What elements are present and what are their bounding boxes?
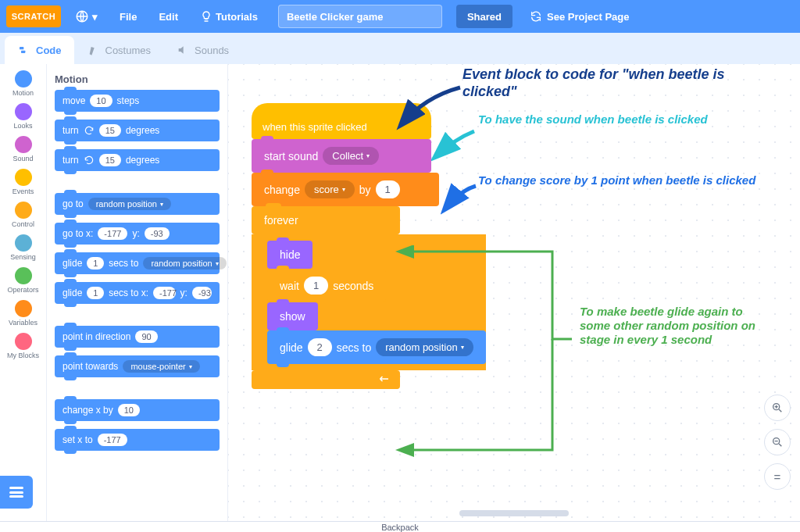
looks-dot-icon [15,103,32,120]
zoom-out-button[interactable] [764,429,791,455]
dropdown-input[interactable]: Collect▾ [323,147,379,165]
tab-code[interactable]: Code [5,36,74,64]
block-text: seconds [333,280,373,292]
number-input[interactable]: 15 [99,154,121,166]
dropdown-input[interactable]: random position▾ [143,257,226,270]
glide-random-block[interactable]: glide 1 secs to random position▾ [55,252,220,274]
number-input[interactable]: -93 [145,227,170,240]
number-input[interactable]: -177 [98,227,127,240]
block-text: hide [280,248,300,261]
goto-random-block[interactable]: go to random position▾ [55,193,220,215]
glide-xy-block[interactable]: glide 1 secs to x: -177 y: -93 [55,282,220,304]
block-text: secs to [337,341,371,354]
number-input[interactable]: 2 [308,338,332,356]
annotation-glide: To make beetle glide again to some other… [580,305,759,347]
svg-rect-2 [21,51,25,53]
show-block[interactable]: show [267,302,318,330]
project-title-field[interactable]: Beetle Clicker game [278,5,442,28]
scratch-logo[interactable]: SCRATCH [6,5,61,27]
category-control[interactable]: Control [4,202,43,228]
number-input[interactable]: -177 [98,434,127,446]
backpack-bar[interactable]: Backpack [0,521,800,532]
dropdown-input[interactable]: score▾ [305,180,355,198]
number-input[interactable]: 1 [376,180,400,198]
turn-cw-block[interactable]: turn 15 degrees [55,120,220,141]
tutorials-button[interactable]: Tutorials [192,5,266,27]
annotation-sound: To have the sound when beetle is clicked [478,112,736,127]
add-extension-button[interactable] [0,476,33,509]
glide-to-random-block[interactable]: glide 2 secs to random position▾ [267,330,486,364]
change-variable-block[interactable]: change score▾ by 1 [252,173,439,206]
point-direction-block[interactable]: point in direction 90 [55,326,220,348]
block-text: wait [280,280,299,292]
block-palette[interactable]: Motion move 10 steps turn 15 degrees tur… [47,64,228,521]
script-stack[interactable]: when this sprite clicked start sound Col… [252,103,486,389]
point-towards-block[interactable]: point towards mouse-pointer▾ [55,355,220,377]
code-icon [17,43,31,57]
globe-icon [75,9,89,23]
category-label: Motion [12,89,34,97]
number-input[interactable]: -177 [153,287,176,299]
block-text: y: [132,228,139,239]
change-x-block[interactable]: change x by 10 [55,399,220,421]
zoom-in-button[interactable] [764,395,791,421]
number-input[interactable]: 10 [118,404,140,416]
number-input[interactable]: 15 [99,124,121,137]
annotation-score: To change score by 1 point when beetle i… [478,173,775,187]
number-input[interactable]: 1 [87,257,104,270]
forever-body[interactable]: hide wait 1 seconds show glide [252,234,486,370]
script-workspace[interactable]: when this sprite clicked start sound Col… [228,64,800,521]
variables-dot-icon [15,300,32,317]
move-steps-block[interactable]: move 10 steps [55,90,220,112]
dropdown-input[interactable]: mouse-pointer▾ [123,360,199,373]
block-text: move [62,95,85,106]
set-x-block[interactable]: set x to -177 [55,429,220,451]
hide-block[interactable]: hide [267,241,312,269]
block-text: secs to [109,258,138,269]
wait-block[interactable]: wait 1 seconds [267,269,386,302]
workspace-scrollbar[interactable] [459,510,569,516]
language-menu[interactable]: ▾ [67,5,105,28]
shared-button[interactable]: Shared [456,5,512,28]
block-text: show [280,310,305,323]
block-text: steps [117,95,140,106]
block-text: when this sprite clicked [262,121,367,133]
project-title-text: Beetle Clicker game [287,11,384,23]
goto-xy-block[interactable]: go to x: -177 y: -93 [55,223,220,245]
dropdown-input[interactable]: random position▾ [88,198,171,210]
category-operators[interactable]: Operators [4,267,43,294]
start-sound-block[interactable]: start sound Collect▾ [252,139,431,173]
category-label: Operators [7,286,38,294]
when-sprite-clicked-hat[interactable]: when this sprite clicked [252,103,431,139]
number-input[interactable]: 1 [304,277,328,295]
remix-icon [530,10,542,23]
tab-sounds[interactable]: Sounds [163,36,241,64]
dropdown-input[interactable]: random position▾ [376,338,473,356]
editor-main: Motion Looks Sound Events Control Sensin… [0,64,800,521]
number-input[interactable]: 1 [87,287,104,299]
block-category-list: Motion Looks Sound Events Control Sensin… [0,64,47,521]
category-looks[interactable]: Looks [4,103,43,130]
file-menu[interactable]: File [112,6,145,27]
category-events[interactable]: Events [4,169,43,195]
number-input[interactable]: 90 [135,330,157,343]
see-project-page-button[interactable]: See Project Page [530,10,630,23]
category-label: Variables [9,319,38,327]
zoom-in-icon [771,402,784,414]
edit-menu[interactable]: Edit [151,6,186,27]
zoom-reset-button[interactable]: = [764,463,791,490]
block-text: y: [180,287,188,298]
category-motion[interactable]: Motion [4,70,43,97]
tab-costumes[interactable]: Costumes [74,36,164,64]
number-input[interactable]: -93 [192,287,212,299]
dropdown-value: score [314,184,339,195]
category-myblocks[interactable]: My Blocks [4,333,43,359]
category-sound[interactable]: Sound [4,136,43,162]
forever-block[interactable]: forever hide wait 1 seconds [252,206,486,389]
category-variables[interactable]: Variables [4,300,43,327]
category-sensing[interactable]: Sensing [4,234,43,261]
turn-ccw-block[interactable]: turn 15 degrees [55,149,220,171]
number-input[interactable]: 10 [90,95,112,107]
dropdown-value: Collect [332,150,363,162]
chevron-down-icon: ▾ [189,363,192,370]
